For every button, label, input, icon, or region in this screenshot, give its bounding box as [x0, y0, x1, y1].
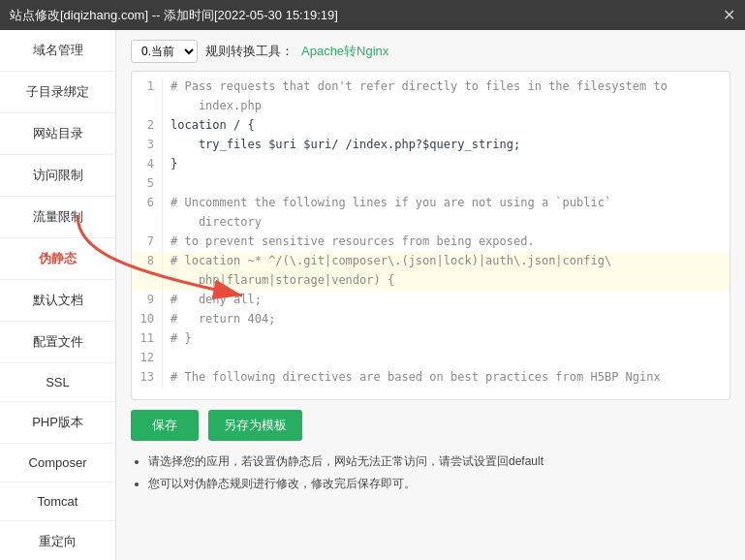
sidebar-item-tomcat[interactable]: Tomcat: [0, 482, 115, 521]
code-line: index.php: [132, 97, 729, 116]
line-number: 8: [132, 252, 163, 271]
convert-label: 规则转换工具：: [205, 43, 294, 60]
sidebar-item-flow[interactable]: 流量限制: [0, 197, 115, 238]
line-content: php|flarum|storage|vendor) {: [171, 271, 729, 291]
line-number: [132, 271, 163, 291]
save-button[interactable]: 保存: [131, 410, 199, 441]
sidebar-item-composer[interactable]: Composer: [0, 444, 115, 482]
sidebar-item-default[interactable]: 默认文档: [0, 280, 115, 322]
close-button[interactable]: ✕: [723, 6, 735, 24]
sidebar-item-redirect[interactable]: 重定向: [0, 521, 115, 560]
line-number: 13: [132, 368, 163, 388]
line-content: # Pass requests that don't refer directl…: [171, 78, 729, 97]
line-number: 7: [132, 233, 163, 252]
toolbar-row: 0.当前 规则转换工具： Apache转Nginx: [131, 40, 730, 63]
line-content: # deny all;: [171, 291, 729, 310]
line-number: 6: [132, 194, 163, 213]
code-line: 9# deny all;: [132, 291, 729, 310]
sidebar-item-subdir[interactable]: 子目录绑定: [0, 72, 115, 113]
code-line: 1# Pass requests that don't refer direct…: [132, 78, 729, 97]
line-number: [132, 97, 163, 116]
line-content: try_files $uri $uri/ /index.php?$query_s…: [171, 136, 729, 155]
line-content: directory: [171, 213, 729, 233]
sidebar-item-pseudo[interactable]: 伪静态: [0, 238, 115, 280]
main-layout: 域名管理子目录绑定网站目录访问限制流量限制伪静态默认文档配置文件SSLPHP版本…: [0, 30, 745, 560]
code-line: 3 try_files $uri $uri/ /index.php?$query…: [132, 136, 729, 155]
line-content: # return 404;: [171, 310, 729, 329]
code-line: 13# The following directives are based o…: [132, 368, 729, 388]
line-content: [171, 174, 729, 194]
line-content: index.php: [171, 97, 729, 116]
sidebar-item-php[interactable]: PHP版本: [0, 402, 115, 444]
note-item: 您可以对伪静态规则进行修改，修改完后保存即可。: [148, 475, 730, 493]
line-number: 3: [132, 136, 163, 155]
sidebar: 域名管理子目录绑定网站目录访问限制流量限制伪静态默认文档配置文件SSLPHP版本…: [0, 30, 116, 560]
line-number: 1: [132, 78, 163, 97]
sidebar-item-webdir[interactable]: 网站目录: [0, 113, 115, 155]
line-content: [171, 349, 729, 368]
line-content: # The following directives are based on …: [171, 368, 729, 388]
notes-section: 请选择您的应用，若设置伪静态后，网站无法正常访问，请尝试设置回default您可…: [131, 452, 730, 493]
code-line: 7# to prevent sensitive resources from b…: [132, 233, 729, 252]
line-number: 9: [132, 291, 163, 310]
code-line: directory: [132, 213, 729, 233]
line-content: # to prevent sensitive resources from be…: [171, 233, 729, 252]
line-content: location / {: [171, 116, 729, 136]
line-number: 2: [132, 116, 163, 136]
code-line: 4}: [132, 155, 729, 174]
version-select[interactable]: 0.当前: [131, 40, 198, 63]
window-title: 站点修改[diqizhang.com] -- 添加时间[2022-05-30 1…: [10, 7, 338, 24]
line-number: 12: [132, 349, 163, 368]
sidebar-item-access[interactable]: 访问限制: [0, 155, 115, 197]
button-row: 保存 另存为模板: [131, 410, 730, 441]
sidebar-item-domain[interactable]: 域名管理: [0, 30, 115, 72]
sidebar-item-ssl[interactable]: SSL: [0, 363, 115, 402]
code-line: php|flarum|storage|vendor) {: [132, 271, 729, 291]
code-line: 5: [132, 174, 729, 194]
code-line: 10# return 404;: [132, 310, 729, 329]
line-content: }: [171, 155, 729, 174]
line-number: 5: [132, 174, 163, 194]
line-number: [132, 213, 163, 233]
sidebar-item-config[interactable]: 配置文件: [0, 322, 115, 363]
code-line: 12: [132, 349, 729, 368]
code-line: 6# Uncomment the following lines if you …: [132, 194, 729, 213]
code-lines-container: 1# Pass requests that don't refer direct…: [132, 78, 729, 388]
line-content: # Uncomment the following lines if you a…: [171, 194, 729, 213]
title-bar: 站点修改[diqizhang.com] -- 添加时间[2022-05-30 1…: [0, 0, 745, 30]
line-content: # location ~* ^/(\.git|composer\.(json|l…: [171, 252, 729, 271]
code-line: 2location / {: [132, 116, 729, 136]
line-number: 11: [132, 329, 163, 349]
save-template-button[interactable]: 另存为模板: [208, 410, 302, 441]
line-content: # }: [171, 329, 729, 349]
notes-list: 请选择您的应用，若设置伪静态后，网站无法正常访问，请尝试设置回default您可…: [131, 452, 730, 493]
code-editor[interactable]: 1# Pass requests that don't refer direct…: [131, 71, 730, 400]
code-line: 11# }: [132, 329, 729, 349]
convert-link[interactable]: Apache转Nginx: [301, 43, 388, 60]
content-area: 0.当前 规则转换工具： Apache转Nginx 1# Pass reques…: [116, 30, 745, 560]
note-item: 请选择您的应用，若设置伪静态后，网站无法正常访问，请尝试设置回default: [148, 452, 730, 471]
line-number: 10: [132, 310, 163, 329]
code-line: 8# location ~* ^/(\.git|composer\.(json|…: [132, 252, 729, 271]
line-number: 4: [132, 155, 163, 174]
